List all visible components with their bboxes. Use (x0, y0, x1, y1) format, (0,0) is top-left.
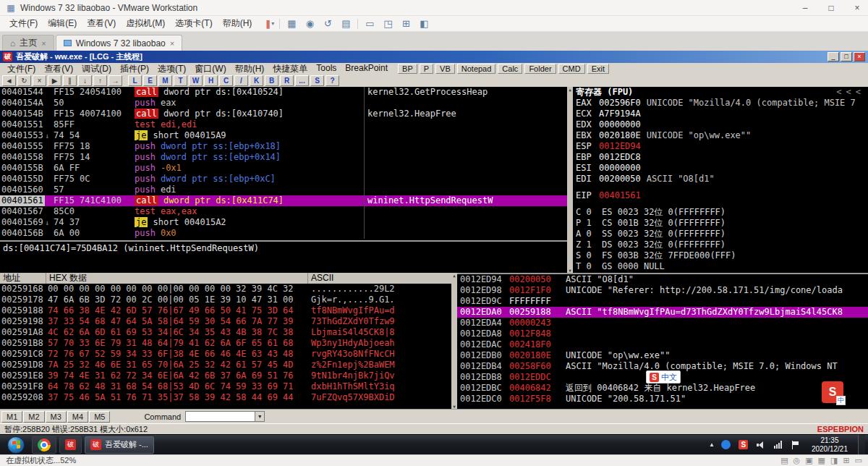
disasm-row[interactable]: 00401544 FF15 24054100 calldword ptr ds:… (0, 87, 567, 98)
ctrl-alt-del-button[interactable]: ▦ (285, 18, 298, 30)
library-toggle-button[interactable]: ◧ (417, 18, 430, 30)
vmware-menu-item[interactable]: 帮助(H) (218, 16, 258, 31)
messenger-tray-icon[interactable] (720, 439, 732, 451)
sogou-ime-statusbar[interactable]: S 中文 (646, 370, 681, 384)
hexdump-scrollbar[interactable]: ▲▼ (451, 273, 457, 409)
hexdump-row[interactable]: 002591D8 7A 25 32 46 6E 31 65 70|6A 25 3… (0, 360, 451, 370)
vmware-menu-item[interactable]: 虚拟机(M) (121, 16, 170, 31)
ollydbg-menu-item[interactable]: 快捷菜单 (268, 63, 312, 75)
hexdump-row[interactable]: 00259208 37 75 46 5A 51 76 71 35|37 58 3… (0, 392, 451, 403)
ollydbg-menu-item[interactable]: Tools (312, 63, 341, 75)
toolbar-letter-button[interactable]: ? (326, 75, 339, 86)
snapshot-manager-button[interactable]: ▤ (339, 18, 352, 30)
vm-device-status-icon[interactable]: ⊞ (843, 456, 849, 465)
sogou-tray-icon[interactable]: S (738, 439, 749, 451)
hexdump-row[interactable]: 002591E8 39 74 4E 31 62 72 34 6E|6A 42 6… (0, 370, 451, 381)
disasm-row[interactable]: 00401560 57 pushedi (0, 185, 567, 195)
fullscreen-button[interactable]: ◳ (381, 18, 394, 30)
disasm-row[interactable]: 0040154B FF15 40074100 calldword ptr ds:… (0, 109, 567, 119)
hexdump-row[interactable]: 00259178 47 6A 6B 3D 72 00 2C 00|00 05 1… (0, 295, 451, 305)
disasm-row[interactable]: 0040154A 50 pusheax (0, 98, 567, 109)
disasm-row[interactable]: 0040155B 6A FF push-0x1 (0, 163, 567, 174)
hexdump-row[interactable]: 002591C8 72 76 67 52 59 34 33 6F|38 4E 6… (0, 349, 451, 360)
toolbar-letter-button[interactable]: S (310, 75, 324, 86)
scroll-down-icon[interactable]: ▼ (569, 268, 571, 273)
ollydbg-menu-item[interactable]: BreakPoint (341, 63, 392, 75)
toolbar-control-button[interactable]: ◄ (2, 75, 16, 86)
quickbar-button[interactable]: VB (435, 64, 455, 74)
register-row[interactable]: EIP00401561 (573, 190, 868, 201)
disasm-row[interactable]: 00401553 ↓ 74 54 jeshort 004015A9 (0, 130, 567, 141)
disassembly-pane[interactable]: 00401544 FF15 24054100 calldword ptr ds:… (0, 87, 567, 240)
disasm-row[interactable]: 00401551 85FF testedi,edi (0, 119, 567, 130)
ollydbg-menu-item[interactable]: 帮助(H) (231, 63, 269, 75)
toolbar-letter-button[interactable]: T (174, 75, 187, 86)
ollydbg-menu-item[interactable]: 文件(F) (3, 63, 40, 75)
disasm-row[interactable]: 0040155D FF75 0C pushdword ptr ss:[ebp+0… (0, 174, 567, 185)
quickbar-button[interactable]: P (420, 64, 433, 74)
toolbar-control-button[interactable]: ∥ (63, 75, 77, 86)
vmware-menu-item[interactable]: 选项卡(T) (170, 16, 217, 31)
toolbar-letter-button[interactable]: W (189, 75, 203, 86)
suspend-button[interactable]: ∥▾ (265, 19, 274, 29)
start-button[interactable] (7, 436, 25, 454)
hexdump-row[interactable]: 002591A8 4C 62 6A 6D 61 69 53 34|6C 34 3… (0, 327, 451, 338)
maximize-button[interactable]: □ (826, 3, 836, 13)
register-row[interactable] (573, 201, 868, 207)
toolbar-letter-button[interactable]: K (250, 75, 263, 86)
scroll-down-icon[interactable]: ▼ (453, 404, 456, 409)
ollydbg-menu-item[interactable]: 窗口(W) (190, 63, 230, 75)
show-desktop-button[interactable] (858, 435, 865, 455)
quickbar-button[interactable]: Notepad (457, 64, 496, 74)
hexdump-row[interactable]: 00259198 37 33 54 68 47 64 5A 58|64 59 3… (0, 316, 451, 327)
toolbar-control-button[interactable]: ↑ (93, 75, 107, 86)
quickbar-button[interactable]: Exit (587, 64, 609, 74)
vm-device-status-icon[interactable]: ◨ (830, 456, 838, 465)
disasm-row[interactable]: 00401555 FF75 18 pushdword ptr ss:[ebp+0… (0, 141, 567, 152)
toolbar-letter-button[interactable]: / (234, 75, 248, 86)
stack-row[interactable]: 0012EDBC 00406842 返回到 00406842 来自 kernel… (457, 383, 868, 394)
tab-vm-windows7[interactable]: Windows 7 32 libaobao × (56, 35, 183, 51)
scroll-up-icon[interactable]: ▲ (453, 273, 456, 278)
toolbar-letter-button[interactable]: ... (295, 75, 309, 86)
close-button[interactable]: × (852, 3, 862, 13)
stack-pane[interactable]: 0012ED94 00200050 ASCII "O8[d1" 0012ED98… (457, 273, 868, 409)
stack-row[interactable]: 0012ED9C FFFFFFFF (457, 296, 868, 307)
toolbar-control-button[interactable]: ↓ (78, 75, 92, 86)
register-row[interactable]: ESP0012ED94 (573, 141, 868, 152)
quickbar-button[interactable]: Calc (498, 64, 522, 74)
hexdump-pane[interactable]: 地址 HEX 数据 ASCII 00259168 00 00 00 00 00 … (0, 273, 451, 409)
register-row[interactable]: ESI00000000 (573, 163, 868, 174)
ollydbg-menu-item[interactable]: 调试(D) (77, 63, 116, 75)
revert-snapshot-button[interactable]: ↺ (321, 18, 334, 30)
stack-row[interactable]: 0012EDA0 00259188 ASCII "tf8NBmWvgIfPAu=… (457, 307, 868, 318)
stack-row[interactable]: 0012ED94 00200050 ASCII "O8[d1" (457, 274, 868, 285)
toolbar-letter-button[interactable]: L (128, 75, 142, 86)
flag-row[interactable]: Z 1 DS 0023 32位 0(FFFFFFFF) (573, 240, 868, 250)
dropdown-arrow-icon[interactable]: ▼ (255, 412, 264, 421)
taskbar-active-app-button[interactable]: 破 吾爱破解 -... (85, 436, 154, 454)
close-button[interactable]: × (854, 52, 865, 62)
register-row[interactable]: EAX002596F0UNICODE "Mozilla/4.0 (compati… (573, 98, 868, 109)
disasm-row[interactable]: 00401567 85C0 testeax,eax (0, 206, 567, 217)
console-view-button[interactable]: ▭ (363, 18, 376, 30)
macro-tab[interactable]: M1 (1, 411, 22, 423)
toolbar-letter-button[interactable]: M (158, 75, 172, 86)
register-row[interactable]: EDI00200050ASCII "O8[d1" (573, 174, 868, 185)
minimize-button[interactable]: _ (827, 52, 839, 62)
flag-row[interactable]: A 0 SS 0023 32位 0(FFFFFFFF) (573, 229, 868, 240)
toolbar-letter-button[interactable]: C (219, 75, 233, 86)
close-tab-icon[interactable]: × (41, 39, 46, 48)
sogou-ime-floating-icon[interactable]: S 中 (822, 381, 843, 403)
hexdump-row[interactable]: 00259188 74 66 38 4E 42 6D 57 76|67 49 6… (0, 305, 451, 316)
toolbar-letter-button[interactable]: H (204, 75, 218, 86)
stack-row[interactable]: 0012ED98 0012F1F0 UNICODE "Referer: http… (457, 285, 868, 296)
vmware-menu-item[interactable]: 查看(V) (82, 16, 121, 31)
hexdump-row[interactable]: 002591B8 57 70 33 6E 79 31 48 64|79 41 6… (0, 338, 451, 349)
take-snapshot-button[interactable]: ◉ (303, 18, 316, 30)
registers-pane[interactable]: 寄存器 (FPU) <<< EAX002596F0UNICODE "Mozill… (573, 87, 868, 273)
quickbar-button[interactable]: CMD (558, 64, 585, 74)
action-center-flag-icon[interactable] (790, 439, 801, 451)
ollydbg-menu-item[interactable]: 查看(V) (40, 63, 77, 75)
disasm-row[interactable]: 0040156B 6A 00 push0x0 (0, 228, 567, 239)
